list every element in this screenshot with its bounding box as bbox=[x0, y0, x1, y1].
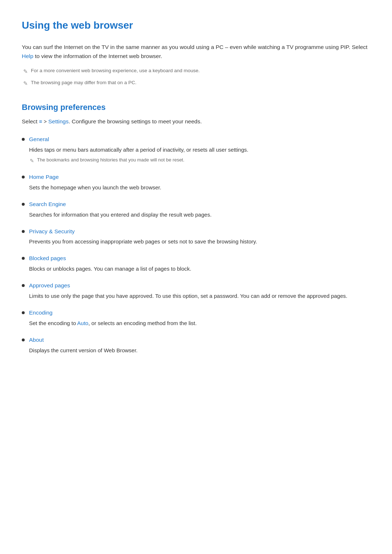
intro-text-before-link: You can surf the Internet on the TV in t… bbox=[22, 44, 367, 50]
blocked-pages-item: Blocked pages Blocks or unblocks pages. … bbox=[29, 254, 370, 273]
general-note-text: The bookmarks and browsing histories tha… bbox=[37, 156, 184, 164]
intro-paragraph: You can surf the Internet on the TV in t… bbox=[22, 42, 370, 61]
general-desc: Hides taps or menu bars automatically af… bbox=[29, 145, 370, 154]
bullet-icon bbox=[22, 138, 25, 141]
preferences-list: General Hides taps or menu bars automati… bbox=[22, 135, 370, 355]
browsing-preferences-section: Browsing preferences Select ≡ > Settings… bbox=[22, 101, 370, 355]
page-title: Using the web browser bbox=[22, 17, 370, 34]
encoding-desc: Set the encoding to Auto, or selects an … bbox=[29, 319, 370, 328]
note-browsing-page-text: The browsing page may differ from that o… bbox=[31, 79, 136, 87]
intro-select-text: Select bbox=[22, 118, 39, 124]
list-item: About Displays the current version of We… bbox=[22, 336, 370, 355]
approved-pages-desc: Limits to use only the page that you hav… bbox=[29, 292, 370, 300]
arrow-icon: > bbox=[44, 119, 46, 124]
privacy-security-label[interactable]: Privacy & Security bbox=[29, 227, 370, 236]
encoding-desc-after: , or selects an encoding method from the… bbox=[88, 320, 196, 326]
encoding-desc-before: Set the encoding to bbox=[29, 320, 77, 326]
bullet-icon bbox=[22, 284, 25, 287]
privacy-security-desc: Prevents you from accessing inappropriat… bbox=[29, 237, 370, 246]
list-item: Home Page Sets the homepage when you lau… bbox=[22, 173, 370, 192]
browsing-preferences-title: Browsing preferences bbox=[22, 101, 370, 114]
pencil-icon-2: ✎ bbox=[23, 79, 28, 88]
homepage-label[interactable]: Home Page bbox=[29, 173, 370, 182]
browsing-preferences-intro: Select ≡ > Settings. Configure the brows… bbox=[22, 117, 370, 126]
about-desc: Displays the current version of Web Brow… bbox=[29, 346, 370, 355]
bullet-icon bbox=[22, 311, 25, 314]
privacy-security-item: Privacy & Security Prevents you from acc… bbox=[29, 227, 370, 246]
blocked-pages-desc: Blocks or unblocks pages. You can manage… bbox=[29, 264, 370, 273]
bullet-icon bbox=[22, 338, 25, 341]
homepage-desc: Sets the homepage when you launch the we… bbox=[29, 183, 370, 192]
homepage-item: Home Page Sets the homepage when you lau… bbox=[29, 173, 370, 192]
blocked-pages-label[interactable]: Blocked pages bbox=[29, 254, 370, 263]
menu-icon: ≡ bbox=[39, 118, 42, 124]
encoding-label[interactable]: Encoding bbox=[29, 308, 370, 317]
list-item: Blocked pages Blocks or unblocks pages. … bbox=[22, 254, 370, 273]
bullet-icon bbox=[22, 203, 25, 206]
note-keyboard: ✎ For a more convenient web browsing exp… bbox=[22, 67, 370, 76]
approved-pages-item: Approved pages Limits to use only the pa… bbox=[29, 281, 370, 300]
pencil-icon-3: ✎ bbox=[30, 157, 34, 165]
general-item: General Hides taps or menu bars automati… bbox=[29, 135, 370, 165]
auto-link[interactable]: Auto bbox=[77, 320, 89, 326]
settings-link[interactable]: Settings bbox=[48, 118, 69, 124]
bullet-icon bbox=[22, 230, 25, 233]
about-item: About Displays the current version of We… bbox=[29, 336, 370, 355]
search-engine-desc: Searches for information that you entere… bbox=[29, 210, 370, 219]
note-browsing-page: ✎ The browsing page may differ from that… bbox=[22, 79, 370, 88]
bullet-icon bbox=[22, 257, 25, 260]
bullet-icon bbox=[22, 176, 25, 178]
list-item: Search Engine Searches for information t… bbox=[22, 200, 370, 219]
general-label[interactable]: General bbox=[29, 135, 370, 144]
intro-configure-text: . Configure the browsing settings to mee… bbox=[69, 118, 202, 124]
help-link[interactable]: Help bbox=[22, 53, 33, 59]
list-item: Privacy & Security Prevents you from acc… bbox=[22, 227, 370, 246]
list-item: Approved pages Limits to use only the pa… bbox=[22, 281, 370, 300]
search-engine-item: Search Engine Searches for information t… bbox=[29, 200, 370, 219]
search-engine-label[interactable]: Search Engine bbox=[29, 200, 370, 209]
approved-pages-label[interactable]: Approved pages bbox=[29, 281, 370, 290]
list-item: General Hides taps or menu bars automati… bbox=[22, 135, 370, 165]
pencil-icon: ✎ bbox=[23, 67, 28, 76]
encoding-item: Encoding Set the encoding to Auto, or se… bbox=[29, 308, 370, 328]
list-item: Encoding Set the encoding to Auto, or se… bbox=[22, 308, 370, 328]
general-note: ✎ The bookmarks and browsing histories t… bbox=[29, 156, 370, 165]
intro-text-after-link: to view the information of the Internet … bbox=[33, 53, 162, 59]
about-label[interactable]: About bbox=[29, 336, 370, 345]
note-keyboard-text: For a more convenient web browsing exper… bbox=[31, 67, 200, 75]
